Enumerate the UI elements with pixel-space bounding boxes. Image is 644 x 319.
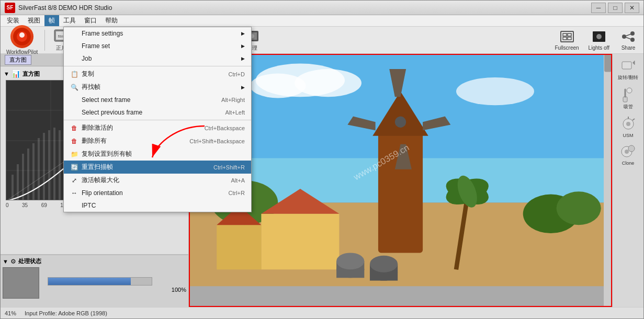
menu-select-prev[interactable]: Select previous frame Alt+Left [64,106,251,119]
fullscreen-icon [559,29,575,44]
menu-rescan-frames[interactable]: 🔄 重置扫描帧 Ctrl+Shift+R [64,161,251,174]
svg-point-80 [395,117,406,128]
share-icon [620,29,637,44]
svg-point-87 [336,253,364,269]
frame-settings-icon [70,29,78,38]
close-button[interactable]: ✕ [625,3,639,13]
svg-point-109 [625,150,629,154]
menu-copy[interactable]: 📋 复制 Ctrl+D [64,67,251,81]
delete-active-small-icon: 🗑 [70,124,78,132]
job-label: Job [82,55,92,62]
svg-rect-97 [604,54,612,307]
svg-point-72 [557,191,601,225]
menu-view[interactable]: 视图 [24,15,44,26]
workflow-pilot-button[interactable]: WorkflowPilot [3,28,41,52]
menu-flip[interactable]: ↔ Flip orientation Ctrl+R [64,187,251,199]
svg-rect-45 [22,154,24,200]
scale-0: 0 [6,202,9,208]
menu-rescan[interactable]: 🔍 再找帧 [64,81,251,94]
toolbar-sep-1 [44,30,45,51]
svg-rect-83 [217,225,261,269]
svg-rect-46 [27,149,29,200]
activate-max-small-icon: ⤢ [70,176,78,185]
title-bar: SF SilverFast 8/8 DEMO HDR Studio ─ □ ✕ [1,1,643,15]
maximize-button[interactable]: □ [608,3,623,13]
menu-frame[interactable]: 帧 [44,15,59,26]
menu-delete-active[interactable]: 🗑 删除激活的 Ctrl+Backspace [64,121,251,134]
zoom-level: 41% [5,310,16,316]
status-header: ▼ ⚙ 处理状态 [3,257,186,265]
svg-rect-49 [43,133,45,200]
copy-label: 复制 [82,70,94,78]
tab-histogram[interactable]: 直方图 [5,55,31,65]
svg-rect-25 [563,33,567,36]
lights-off-icon [591,29,607,44]
frame-settings-label: Frame settings [82,30,123,37]
flip-label: Flip orientation [82,189,123,197]
scale-69: 69 [41,202,47,208]
svg-rect-43 [12,175,14,200]
svg-rect-81 [261,214,339,269]
tool-clone[interactable]: Clone [615,142,641,168]
svg-point-90 [370,256,398,272]
lights-off-label: Lights off [589,45,609,51]
rescan-label: 再找帧 [82,83,100,92]
image-area: www.pc0359.cn [189,54,612,307]
iptc-icon [70,201,78,210]
status-icon: ⚙ [10,258,16,265]
input-profile: Input Profile: Adobe RGB (1998) [25,310,107,316]
flip-small-icon: ↔ [70,189,78,197]
clone-icon [619,144,638,160]
menu-iptc[interactable]: IPTC [64,199,251,212]
svg-point-2 [19,32,25,38]
status-label: 处理状态 [18,257,41,265]
rescan-frames-small-icon: 🔄 [70,163,78,172]
menu-tools[interactable]: 工具 [59,15,80,26]
svg-rect-28 [568,37,571,40]
menu-copy-to-all[interactable]: 📁 复制设置到所有帧 [64,147,251,161]
svg-point-67 [295,69,361,97]
collapse-status[interactable]: ▼ [3,258,8,265]
menu-help[interactable]: 帮助 [101,15,122,26]
svg-rect-48 [38,138,40,200]
menu-select-next[interactable]: Select next frame Alt+Right [64,94,251,106]
minimize-button[interactable]: ─ [591,3,606,13]
copy-small-icon: 📋 [70,70,78,78]
menu-job[interactable]: Job [64,52,251,65]
select-prev-label: Select previous frame [82,109,142,116]
tool-usm[interactable]: USM [615,115,641,140]
menu-activate-max[interactable]: ⤢ 激活帧最大化 Alt+A [64,174,251,187]
usm-label: USM [623,133,634,138]
menu-frame-settings[interactable]: Frame settings [64,27,251,40]
histogram-section-label: 直方图 [22,70,40,78]
menu-bar: 安装 视图 帧 工具 窗口 帮助 [1,15,643,27]
btn-fullscreen[interactable]: Fullscreen [551,28,582,52]
svg-rect-95 [189,286,612,307]
delete-all-label: 删除所有 [82,136,107,145]
workflow-pilot-icon [10,25,33,48]
svg-rect-24 [561,31,573,42]
tool-pipette[interactable]: 吸管 [615,85,641,112]
clone-label: Clone [622,161,635,166]
sep-2 [64,120,251,120]
btn-lights-off[interactable]: Lights off [585,28,613,52]
frame-set-label: Frame set [82,42,110,50]
menu-frame-set[interactable]: Frame set [64,40,251,52]
svg-rect-44 [17,164,19,200]
collapse-histogram[interactable]: ▼ [4,71,9,77]
btn-share[interactable]: Share [615,28,641,52]
svg-rect-47 [32,143,35,200]
progress-bar [48,277,152,286]
svg-rect-51 [53,128,55,200]
svg-rect-50 [48,130,50,200]
svg-point-30 [596,34,602,39]
frame-set-icon [70,42,78,50]
menu-delete-all[interactable]: 🗑 删除所有 Ctrl+Shift+Backspace [64,134,251,147]
delete-all-small-icon: 🗑 [70,137,78,145]
tool-rotate[interactable]: 旋转/翻转 [615,56,641,83]
menu-window[interactable]: 窗口 [80,15,101,26]
rotate-icon [619,58,638,74]
window-controls: ─ □ ✕ [591,3,639,13]
main-window: SF SilverFast 8/8 DEMO HDR Studio ─ □ ✕ … [0,0,644,319]
menu-install[interactable]: 安装 [3,15,24,26]
